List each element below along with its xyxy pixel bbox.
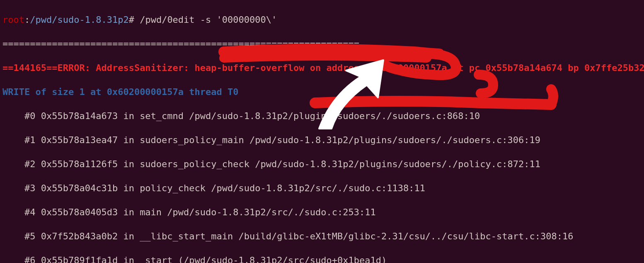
prompt-sep: : [24,15,30,25]
asan-write-line: WRITE of size 1 at 0x60200000157a thread… [2,86,642,98]
stack-frame: #0 0x55b78a14a673 in set_cmnd /pwd/sudo-… [2,110,642,122]
typed-command: /pwd/0edit -s '00000000\' [134,15,277,25]
stack-frame: #2 0x55b78a1126f5 in sudoers_policy_chec… [2,158,642,170]
divider-line: ========================================… [2,38,642,50]
stack-frame: #5 0x7f52b843a0b2 in __libc_start_main /… [2,230,642,242]
stack-frame: #1 0x55b78a13ea47 in sudoers_policy_main… [2,134,642,146]
prompt-sigil: # [129,15,134,25]
stack-frame: #6 0x55b789f1fa1d in _start (/pwd/sudo-1… [2,254,642,263]
prompt-cwd: /pwd/sudo-1.8.31p2 [30,15,128,25]
prompt-user: root [2,15,24,25]
terminal-output[interactable]: root:/pwd/sudo-1.8.31p2# /pwd/0edit -s '… [0,0,644,263]
asan-error-line: ==144165==ERROR: AddressSanitizer: heap-… [2,62,642,74]
stack-frame: #4 0x55b78a0405d3 in main /pwd/sudo-1.8.… [2,206,642,218]
stack-frame: #3 0x55b78a04c31b in policy_check /pwd/s… [2,182,642,194]
prompt-line: root:/pwd/sudo-1.8.31p2# /pwd/0edit -s '… [2,14,642,26]
